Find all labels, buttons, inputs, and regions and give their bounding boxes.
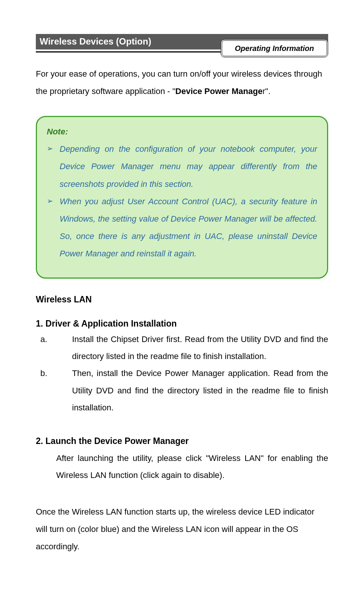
header-badge: Operating Information xyxy=(221,39,328,57)
note-item: Depending on the configuration of your n… xyxy=(47,140,317,193)
note-item: When you adjust User Account Control (UA… xyxy=(47,193,317,263)
step1-b-text: Then, install the Device Power Manager a… xyxy=(72,368,328,412)
intro-bold: Device Power Manage xyxy=(175,86,263,96)
step1-a: a.Install the Chipset Driver first. Read… xyxy=(56,331,328,365)
conclusion-paragraph: Once the Wireless LAN function starts up… xyxy=(36,503,328,556)
note-list: Depending on the configuration of your n… xyxy=(47,140,317,262)
intro-post: r". xyxy=(263,86,270,96)
note-box: Note: Depending on the configuration of … xyxy=(36,116,328,279)
intro-paragraph: For your ease of operations, you can tur… xyxy=(36,65,328,100)
step1-a-label: a. xyxy=(56,331,72,348)
step1-a-text: Install the Chipset Driver first. Read f… xyxy=(72,334,328,361)
page: Operating Information Wireless Devices (… xyxy=(0,34,364,615)
step2-body: After launching the utility, please clic… xyxy=(56,450,328,484)
step2-title: 2. Launch the Device Power Manager xyxy=(36,434,328,448)
note-title: Note: xyxy=(47,127,317,137)
wlan-heading: Wireless LAN xyxy=(36,294,328,305)
step1-title: 1. Driver & Application Installation xyxy=(36,317,328,331)
step1-b-label: b. xyxy=(56,365,72,382)
step1-b: b.Then, install the Device Power Manager… xyxy=(56,365,328,416)
step1-list: a.Install the Chipset Driver first. Read… xyxy=(36,331,328,416)
